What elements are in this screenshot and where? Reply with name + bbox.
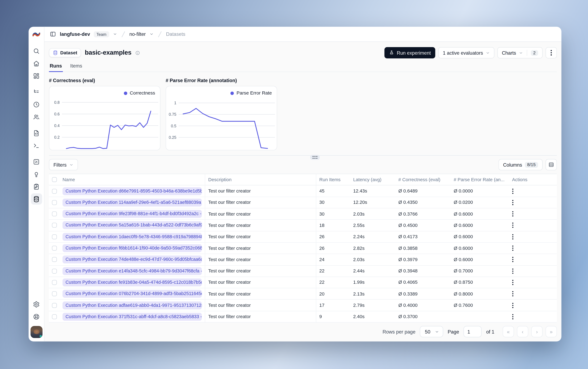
sidebar-item-datasets-database[interactable] [31, 193, 42, 205]
run-name-link[interactable]: Custom Python Execution e14fa348-5cfc-49… [62, 267, 202, 275]
sidebar-item-playground-terminal[interactable] [31, 140, 42, 151]
row-actions-kebab[interactable] [512, 268, 514, 274]
sidebar-item-users[interactable] [31, 111, 42, 123]
parse-error-rate-value: Ø 0.8000 [451, 288, 506, 299]
run-items-value: 17 [316, 300, 350, 311]
breadcrumb-project[interactable]: langfuse-dev [60, 31, 90, 37]
header-actions: Run experiment 1 active evaluators Chart… [384, 47, 557, 58]
run-name-link[interactable]: Custom Python Execution 076b2704-341d-48… [62, 290, 202, 298]
run-items-value: 30 [316, 197, 350, 208]
row-checkbox[interactable] [52, 234, 57, 239]
row-height-button[interactable] [546, 159, 557, 171]
active-evaluators-button[interactable]: 1 active evaluators [438, 47, 494, 58]
row-checkbox[interactable] [52, 189, 57, 194]
chevron-down-icon[interactable] [149, 32, 154, 36]
sidebar-item-support-lifebuoy[interactable] [31, 311, 42, 322]
correctness-value: Ø 0.4500 [395, 220, 451, 231]
sidebar-item-annotation-clipboard[interactable] [31, 181, 42, 192]
sidebar-item-sessions-clock[interactable] [31, 99, 42, 110]
scores-percent-icon [33, 158, 40, 165]
row-checkbox[interactable] [52, 314, 57, 319]
row-checkbox[interactable] [52, 200, 57, 205]
row-actions-kebab[interactable] [512, 188, 514, 194]
row-checkbox[interactable] [52, 257, 57, 262]
row-actions-kebab[interactable] [512, 302, 514, 308]
charts-section: # Correctness (eval)0.20.40.60.8Correctn… [49, 78, 557, 150]
sidebar-item-trace-tree[interactable] [31, 86, 42, 98]
header-kebab-button[interactable] [546, 47, 557, 58]
sidebar-item-search[interactable] [31, 45, 42, 57]
kebab-icon [550, 50, 552, 56]
charts-count-badge: 2 [531, 50, 538, 56]
first-page-button[interactable]: « [503, 326, 514, 337]
user-avatar[interactable] [30, 326, 42, 338]
run-name-link[interactable]: Custom Python Execution f6bb1614-1f90-40… [62, 244, 202, 252]
svg-text:0.6: 0.6 [54, 112, 60, 116]
previous-page-button[interactable]: ‹ [517, 326, 528, 337]
run-description: Test our filter creator [205, 266, 316, 277]
row-actions-kebab[interactable] [512, 223, 514, 228]
run-name-link[interactable]: Custom Python Execution 9fe23f98-881e-44… [62, 210, 202, 218]
run-name-link[interactable]: Custom Python Execution d66e7991-8595-45… [62, 187, 202, 195]
sidebar-item-scores-percent[interactable] [31, 156, 42, 167]
run-name-link[interactable]: Custom Python Execution 371f531c-abff-4d… [62, 313, 202, 321]
rows-per-page-select[interactable]: 50 [420, 326, 443, 337]
run-name-link[interactable]: Custom Python Execution adfae619-abb0-4d… [62, 301, 202, 309]
correctness-value: Ø 0.4065 [395, 277, 451, 288]
row-checkbox[interactable] [52, 223, 57, 228]
row-checkbox[interactable] [52, 280, 57, 285]
select-all-checkbox[interactable] [52, 177, 57, 182]
chevron-down-icon[interactable] [113, 32, 117, 36]
table-row: Custom Python Execution 1daec0f9-5e78-43… [49, 231, 557, 243]
row-actions-kebab[interactable] [512, 234, 514, 240]
legend-label: Parse Error Rate [236, 91, 272, 96]
page-number-input[interactable]: 1 [464, 326, 482, 337]
run-name-link[interactable]: Custom Python Execution 5a15a616-1bab-44… [62, 221, 202, 229]
row-checkbox[interactable] [52, 246, 57, 251]
filters-button[interactable]: Filters [49, 159, 78, 171]
run-name-link[interactable]: Custom Python Execution fe91b83e-04a5-47… [62, 278, 202, 286]
parse-error-rate-value: Ø 0.7000 [451, 266, 506, 277]
sidebar-item-home[interactable] [31, 58, 42, 69]
row-checkbox[interactable] [52, 291, 57, 296]
kebab-icon [512, 280, 514, 285]
tab-runs[interactable]: Runs [49, 63, 63, 72]
row-actions-kebab[interactable] [512, 257, 514, 262]
sidebar-item-prompts-file-code[interactable] [31, 127, 42, 139]
next-page-button[interactable]: › [531, 326, 542, 337]
run-name-link[interactable]: Custom Python Execution 74de488e-ec9d-47… [62, 256, 202, 264]
database-icon [53, 50, 58, 55]
breadcrumb-environment[interactable]: no-filter [129, 31, 146, 37]
correctness-value: Ø 0.3766 [395, 208, 451, 219]
table-header-row: NameDescriptionRun ItemsLatency (avg)# C… [49, 174, 557, 186]
row-actions-kebab[interactable] [512, 291, 514, 297]
run-description: Test our filter creator [205, 208, 316, 219]
row-actions-kebab[interactable] [512, 280, 514, 285]
row-checkbox[interactable] [52, 268, 57, 273]
run-experiment-button[interactable]: Run experiment [384, 47, 435, 58]
columns-button[interactable]: Columns 8/15 [499, 159, 543, 171]
row-actions-kebab[interactable] [512, 246, 514, 251]
charts-toggle-button[interactable]: Charts 2 [497, 47, 542, 58]
breadcrumb-section[interactable]: Datasets [166, 31, 185, 37]
run-name-link[interactable]: Custom Python Execution 1daec0f9-5e78-43… [62, 233, 202, 241]
last-page-button[interactable]: » [546, 326, 557, 337]
row-checkbox[interactable] [52, 303, 57, 308]
langfuse-logo[interactable] [32, 27, 41, 42]
table-row: Custom Python Execution 9fe23f98-881e-44… [49, 208, 557, 220]
tab-items[interactable]: Items [69, 63, 83, 72]
parse-error-rate-value: Ø 0.7600 [451, 300, 506, 311]
row-actions-kebab[interactable] [512, 200, 514, 205]
kebab-icon [512, 200, 514, 205]
sidebar-toggle-icon[interactable] [50, 31, 56, 37]
run-name-link[interactable]: Custom Python Execution 114aa9ef-29e6-4e… [62, 199, 202, 206]
table-row: Custom Python Execution 5a15a616-1bab-44… [49, 220, 557, 231]
sidebar-item-dashboard[interactable] [31, 70, 42, 81]
row-checkbox[interactable] [52, 212, 57, 216]
row-actions-kebab[interactable] [512, 211, 514, 217]
info-icon[interactable] [135, 50, 140, 55]
drag-handle[interactable] [310, 155, 320, 160]
row-actions-kebab[interactable] [512, 314, 514, 319]
sidebar-item-evaluators-lightbulb[interactable] [31, 168, 42, 180]
sidebar-item-settings-gear[interactable] [31, 298, 42, 310]
